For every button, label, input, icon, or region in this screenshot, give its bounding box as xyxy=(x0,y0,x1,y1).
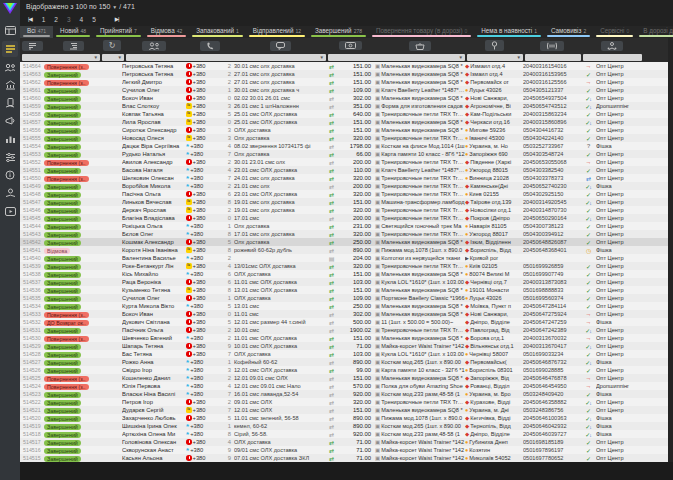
delivery-column-icon[interactable] xyxy=(485,40,504,51)
phone-cell[interactable]: +380 xyxy=(186,215,220,221)
tracking-number[interactable]: 20400313873083 xyxy=(523,279,581,285)
client-name[interactable]: Благіна Владіслава xyxy=(122,215,186,221)
client-name[interactable]: Кошмак Александр xyxy=(122,239,186,245)
client-name[interactable]: Роке-Бетанкурт Лін xyxy=(122,263,186,269)
tracking-number[interactable]: 0501698888833 xyxy=(523,287,581,293)
tracking-number[interactable]: 20450648826087 xyxy=(523,239,581,245)
phone-cell[interactable]: lc+380 xyxy=(186,247,220,253)
phone-cell[interactable]: +380 xyxy=(186,239,220,245)
tracking-number[interactable]: 20450647284114 xyxy=(523,303,581,309)
first-page-icon[interactable]: |◀ xyxy=(28,13,32,26)
phone-cell[interactable]: +380 xyxy=(186,327,220,333)
client-name[interactable]: Петровська Тетяна xyxy=(122,71,186,77)
tracking-number[interactable]: 20450650290164 xyxy=(523,215,581,221)
tab-новий[interactable]: Новий48 xyxy=(53,26,93,38)
phone-cell[interactable]: lc+380 xyxy=(186,111,220,117)
info-icon[interactable] xyxy=(2,167,18,183)
phone-cell[interactable]: lc+380 xyxy=(186,119,220,125)
client-name[interactable]: Легкий Дмитро xyxy=(122,79,186,85)
tab-сервісні[interactable]: Сервісні0 xyxy=(593,26,636,38)
client-name[interactable]: Бокоч Иван xyxy=(122,311,186,317)
client-name[interactable]: Деркач Ярослав xyxy=(122,207,186,213)
phone-cell[interactable]: *+380 xyxy=(186,271,220,277)
client-name[interactable]: Касьян Альона xyxy=(122,455,186,461)
tracking-number[interactable]: 20400313670417 xyxy=(523,343,581,349)
tracking-number[interactable]: 0501699028885 xyxy=(523,367,581,373)
tracking-number[interactable]: 20450652740230 xyxy=(523,183,581,189)
phone-cell[interactable]: +380 xyxy=(186,79,220,85)
phone-cell[interactable]: *+380 xyxy=(186,391,220,397)
phone-cell[interactable]: lc+380 xyxy=(186,287,220,293)
page-number-5[interactable]: 5 xyxy=(92,16,96,23)
client-name[interactable]: Валентина Василье xyxy=(122,255,186,261)
tracking-number[interactable]: 0501699907749 xyxy=(523,271,581,277)
phone-cell[interactable]: lc+380 xyxy=(186,263,220,269)
video-tutorial-icon[interactable] xyxy=(2,203,18,219)
phone-cell[interactable]: +380 xyxy=(186,319,220,325)
phone-cell[interactable]: *+380 xyxy=(186,375,220,381)
client-name[interactable]: Захарченко Любовь xyxy=(122,415,186,421)
filter-tracking[interactable] xyxy=(525,54,581,61)
phone-cell[interactable]: *+380 xyxy=(186,423,220,429)
client-name[interactable]: Дукович Світлана xyxy=(122,319,186,325)
phone-cell[interactable]: +380 xyxy=(186,343,220,349)
tab-відправлений[interactable]: Відправлений12 xyxy=(246,26,308,38)
client-name[interactable]: Петров Ігор xyxy=(122,399,186,405)
phone-cell[interactable]: *+380 xyxy=(186,335,220,341)
tracking-number[interactable]: 20450654743512 xyxy=(523,103,581,109)
client-name[interactable]: Петровська Тетяна xyxy=(122,63,186,69)
phone-cell[interactable]: *+380 xyxy=(186,447,220,453)
phone-cell[interactable]: *+380 xyxy=(186,383,220,389)
tab-самовивіз[interactable]: Самовивіз2 xyxy=(544,26,593,38)
phone-cell[interactable]: *+380 xyxy=(186,303,220,309)
phone-cell[interactable]: lc+380 xyxy=(186,135,220,141)
tracking-number[interactable]: 0504303548724 xyxy=(523,151,581,157)
tracking-number[interactable]: 0501699560374 xyxy=(523,295,581,301)
dashboard-icon[interactable] xyxy=(2,23,18,39)
app-logo-icon[interactable] xyxy=(3,2,18,15)
client-name[interactable]: Головінова Олексан xyxy=(122,439,186,445)
tracking-number[interactable]: 20450647242389 xyxy=(523,327,581,333)
client-name[interactable]: Линьков Вячеслав xyxy=(122,199,186,205)
filter-delivery[interactable]: ▼ xyxy=(467,54,523,61)
tracking-number[interactable]: 0503248386756 xyxy=(523,407,581,413)
order-id-column-icon[interactable] xyxy=(22,41,43,51)
tab-всі[interactable]: Всі471 xyxy=(20,26,53,38)
tab-завершений[interactable]: Завершений278 xyxy=(308,26,369,38)
phone-cell[interactable]: +380 xyxy=(186,351,220,357)
tracking-number[interactable]: 0504303382540 xyxy=(523,167,581,173)
tracking-number[interactable]: 0501698185189 xyxy=(523,439,581,445)
statistics-chart-icon[interactable] xyxy=(2,131,18,147)
tracking-number[interactable]: 20400313670032 xyxy=(523,335,581,341)
phone-cell[interactable]: lc+380 xyxy=(186,103,220,109)
phone-cell[interactable]: *+380 xyxy=(186,175,220,181)
tab-в-дорозі-додому[interactable]: В дорозі додому0 xyxy=(636,26,673,38)
phone-cell[interactable]: *+380 xyxy=(186,183,220,189)
page-number-4[interactable]: 4 xyxy=(80,16,84,23)
phone-cell[interactable]: lc+380 xyxy=(186,199,220,205)
client-name[interactable]: Лила Ярослав xyxy=(122,119,186,125)
phone-cell[interactable]: +380 xyxy=(186,95,220,101)
tracking-number[interactable]: 20400316153965 xyxy=(523,71,581,77)
tracking-number[interactable]: 20400315863234 xyxy=(523,111,581,117)
client-name[interactable]: Дацюк Віра Сергіївна xyxy=(122,143,186,149)
tracking-number[interactable]: 20450646454950 xyxy=(523,383,581,389)
tab-запакований[interactable]: Запакований1 xyxy=(189,26,246,38)
tracking-column-icon[interactable] xyxy=(540,41,564,51)
phone-cell[interactable]: +380 xyxy=(186,399,220,405)
phone-cell[interactable]: +380 xyxy=(186,455,220,461)
phone-cell[interactable]: +380 xyxy=(186,87,220,93)
filter-payment-product[interactable]: ▼ xyxy=(328,54,465,61)
phone-cell[interactable]: +380 xyxy=(186,191,220,197)
tracking-number[interactable]: 20450653055068 xyxy=(523,159,581,165)
tracking-number[interactable]: 20450646358882 xyxy=(523,399,581,405)
phone-column-icon[interactable] xyxy=(200,41,220,51)
comment-column-icon[interactable] xyxy=(270,41,291,51)
tracking-number[interactable]: 0504304416732 xyxy=(523,127,581,133)
tracking-number[interactable]: 0504304224140 xyxy=(523,135,581,141)
company-icon[interactable] xyxy=(2,77,18,93)
client-column-icon[interactable] xyxy=(142,41,166,51)
client-name[interactable]: Коротя Ніна Іванівна xyxy=(122,247,186,253)
tracking-number[interactable]: 0503252733967 xyxy=(523,143,581,149)
client-name[interactable]: Рожко Анна xyxy=(122,359,186,365)
